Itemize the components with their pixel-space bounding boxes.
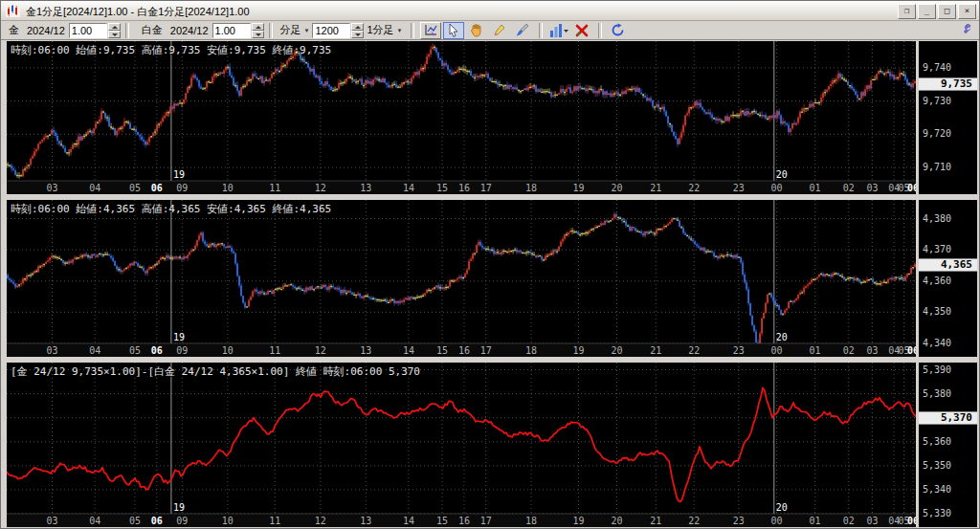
platinum-ohlc-info: 時刻:06:00 始値:4,365 高値:4,365 安値:4,365 終値:4… [11, 202, 331, 216]
platinum-contract-month: 2024/12 [170, 25, 209, 36]
x-tick-label: 17 [480, 183, 492, 193]
gold-platinum-spread-y-axis: 5,3905,3805,3705,3605,3505,3405,3305,370 [919, 363, 977, 527]
pan-hand-button[interactable] [466, 22, 487, 39]
x-tick-label: 00 [771, 345, 783, 356]
x-tick-label: 01 [810, 183, 821, 193]
x-tick-label: 18 [525, 345, 537, 356]
bar-count-spinner [312, 23, 364, 38]
x-tick-label: 09 [176, 183, 188, 193]
platinum-multiplier-up-icon[interactable] [252, 23, 264, 31]
x-tick-label: 06 [151, 183, 163, 193]
platinum-multiplier-input[interactable] [212, 23, 251, 38]
minimize-button[interactable]: _ [918, 4, 936, 19]
x-tick-label: 13 [360, 516, 371, 526]
x-tick-label: 11 [269, 516, 280, 526]
gold-1min-plot[interactable]: 1920030405060910111213141516171819202122… [7, 41, 916, 194]
x-tick-label: 16 [458, 516, 470, 526]
x-tick-label: 06 [907, 345, 916, 356]
toolbar-separator [539, 23, 543, 38]
y-tick-label: 9,740 [923, 62, 951, 73]
x-tick-label: 18 [525, 516, 537, 526]
draw-line-button[interactable] [489, 22, 510, 39]
x-tick-label: 21 [650, 345, 661, 356]
delete-x-icon [575, 24, 589, 37]
spread-info: [金 24/12 9,735×1.00]-[白金 24/12 4,365×1.0… [11, 364, 420, 379]
y-tick-label: 4,340 [923, 338, 951, 348]
bar-count-input[interactable] [312, 23, 350, 38]
y-tick-label: 5,330 [923, 508, 951, 518]
title-bar[interactable]: 金1分足[2024/12]1.00 - 白金1分足[2024/12]1.00 ❐… [1, 1, 979, 21]
settings-wrench-icon[interactable] [959, 23, 971, 35]
x-tick-label: 05 [129, 345, 141, 356]
y-tick-label: 5,380 [923, 388, 951, 399]
gold-label: 金 [9, 23, 19, 37]
refresh-icon [611, 23, 625, 37]
x-tick-label: 14 [403, 345, 414, 356]
x-tick-label: 12 [315, 345, 326, 356]
x-tick-label: 11 [269, 183, 280, 193]
x-tick-label: 23 [733, 516, 745, 526]
pencil-icon [492, 23, 506, 37]
x-tick-label: 12 [315, 183, 326, 193]
y-tick-label: 4,380 [923, 213, 951, 224]
platinum-1min-plot[interactable]: 1920030405060910111213141516171819202122… [7, 200, 916, 357]
x-tick-label: 14 [403, 183, 414, 193]
gold-multiplier-up-icon[interactable] [108, 23, 121, 31]
x-tick-label: 06 [151, 516, 163, 526]
gold-multiplier-down-icon[interactable] [108, 31, 121, 38]
x-tick-label: 13 [360, 345, 371, 356]
x-tick-label: 03 [866, 345, 878, 356]
x-tick-label: 09 [176, 345, 188, 356]
x-tick-label: 15 [436, 516, 448, 526]
x-tick-label: 00 [771, 516, 783, 526]
gold-multiplier-input[interactable] [69, 23, 107, 38]
interval-dropdown[interactable]: 1分足▼ [367, 23, 402, 37]
day-mark-label: 19 [173, 332, 185, 342]
brush-icon [515, 23, 529, 37]
platinum-multiplier-down-icon[interactable] [252, 31, 264, 38]
x-tick-label: 16 [458, 183, 470, 193]
spread-chart-panel: [金 24/12 9,735×1.00]-[白金 24/12 4,365×1.0… [7, 363, 977, 527]
toolbar-separator [411, 23, 414, 38]
chart-region: 時刻:06:00 始値:9,735 高値:9,735 安値:9,735 終値:9… [1, 39, 980, 529]
gold-platinum-spread-plot[interactable]: 1920030405060910111213141516171819202122… [7, 363, 916, 527]
gold-chart-panel: 時刻:06:00 始値:9,735 高値:9,735 安値:9,735 終値:9… [7, 41, 977, 194]
y-tick-label: 5,340 [923, 484, 951, 495]
x-tick-label: 03 [46, 183, 57, 193]
x-tick-label: 16 [458, 345, 470, 356]
x-tick-label: 03 [46, 516, 57, 526]
x-tick-label: 06 [907, 183, 916, 193]
platinum-label: 白金 [142, 23, 163, 37]
bar-count-up-icon[interactable] [351, 23, 364, 31]
chart-mode-button[interactable] [420, 22, 441, 39]
x-tick-label: 17 [480, 345, 492, 356]
x-tick-label: 22 [688, 183, 700, 193]
hand-icon [469, 23, 483, 37]
current-price-badge: 5,370 [919, 411, 977, 425]
maximize-button[interactable]: □ [938, 4, 956, 19]
select-cursor-button[interactable] [443, 22, 464, 39]
gold-multiplier-spinner [69, 23, 121, 38]
app-icon [6, 4, 20, 17]
format-brush-button[interactable] [512, 22, 533, 39]
x-tick-label: 04 [89, 516, 100, 526]
y-tick-label: 5,350 [923, 460, 951, 471]
refresh-button[interactable] [608, 22, 629, 39]
x-tick-label: 12 [315, 516, 326, 526]
gold-ohlc-info: 時刻:06:00 始値:9,735 高値:9,735 安値:9,735 終値:9… [11, 43, 331, 57]
bar-type-dropdown[interactable]: 分足▼ [280, 23, 310, 37]
restore-window-button[interactable]: ❐ [898, 4, 916, 19]
day-mark-label: 20 [776, 169, 788, 180]
x-tick-label: 01 [810, 345, 821, 356]
x-tick-label: 20 [611, 183, 622, 193]
x-tick-label: 04 [89, 183, 100, 193]
app-window: 金1分足[2024/12]1.00 - 白金1分足[2024/12]1.00 ❐… [0, 0, 980, 529]
delete-object-button[interactable] [571, 22, 592, 39]
y-tick-label: 4,350 [923, 306, 951, 317]
x-tick-label: 00 [771, 183, 783, 193]
bar-count-down-icon[interactable] [351, 31, 364, 38]
chart-style-button[interactable] [548, 22, 569, 39]
close-button[interactable]: × [958, 4, 976, 19]
x-tick-label: 15 [436, 183, 448, 193]
toolbar-separator [125, 23, 129, 38]
